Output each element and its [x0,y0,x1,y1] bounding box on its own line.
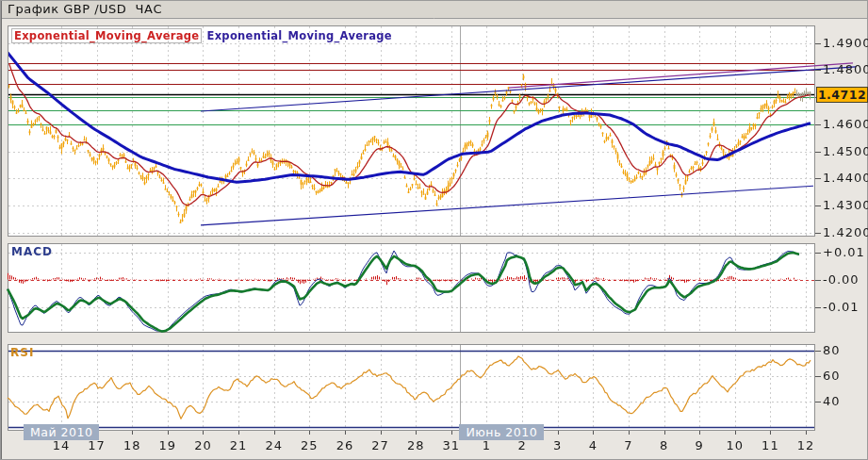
time-axis-label: 2 [517,438,526,452]
month-badge: Июнь 2010 [459,424,544,440]
time-axis-label: 26 [336,438,354,452]
window-title-bar[interactable]: График GBP /USD ЧАС [0,0,868,18]
chart-window: График GBP /USD ЧАС Exponential_Moving_A… [0,0,868,460]
price-axis-label: 1.4800 [823,62,868,76]
time-axis-label: 4 [589,438,598,452]
time-axis-label: 25 [301,438,319,452]
price-axis-label: 1.4500 [823,144,868,158]
time-axis-label: 27 [371,438,389,452]
legend-item-ema1[interactable]: Exponential_Moving_Average [11,28,202,43]
rsi-axis-label: 80 [823,343,841,357]
macd-panel-label: MACD [11,245,53,258]
price-axis-label: 1.4900 [823,36,868,50]
time-axis-label: 3 [553,438,562,452]
time-axis-label: 17 [88,438,106,452]
time-axis-label: 18 [123,438,141,452]
price-axis-label: 1.4200 [823,225,868,239]
time-axis-label: 1 [483,438,491,452]
time-axis-label: 10 [726,438,744,452]
time-axis-label: 21 [230,438,248,452]
time-axis-label: 19 [159,438,177,452]
macd-axis-label: +0.01 [823,245,865,259]
rsi-axis-label: 60 [823,369,841,383]
time-axis-label: 24 [265,438,283,452]
time-axis-label: 31 [443,438,461,452]
time-axis-label: 8 [660,438,668,452]
rsi-axis-label: 40 [823,394,841,408]
price-axis-label: 1.4300 [823,198,868,212]
rsi-panel-label: RSI [10,346,34,359]
macd-axis-label: -0.01 [823,300,860,314]
legend-item-ema2[interactable]: Exponential_Moving_Average [206,29,391,42]
month-badge: Май 2010 [24,424,99,440]
price-axis-label: 1.4400 [823,171,868,185]
time-axis-label: 11 [762,438,779,452]
time-axis-label: 20 [194,438,212,452]
time-axis-label: 7 [624,438,632,452]
macd-axis-label: -0.00 [823,272,860,287]
time-axis-label: 9 [696,438,704,452]
chart-canvas[interactable] [0,0,868,460]
indicator-legend: Exponential_Moving_AverageExponential_Mo… [11,28,392,43]
time-axis-label: 14 [53,438,71,452]
time-axis-label: 28 [407,438,425,452]
window-title: График GBP /USD ЧАС [8,2,162,16]
price-axis-label: 1.4600 [823,117,868,131]
time-axis-label: 12 [797,438,815,452]
current-price-tag: 1.4712 [816,87,868,103]
